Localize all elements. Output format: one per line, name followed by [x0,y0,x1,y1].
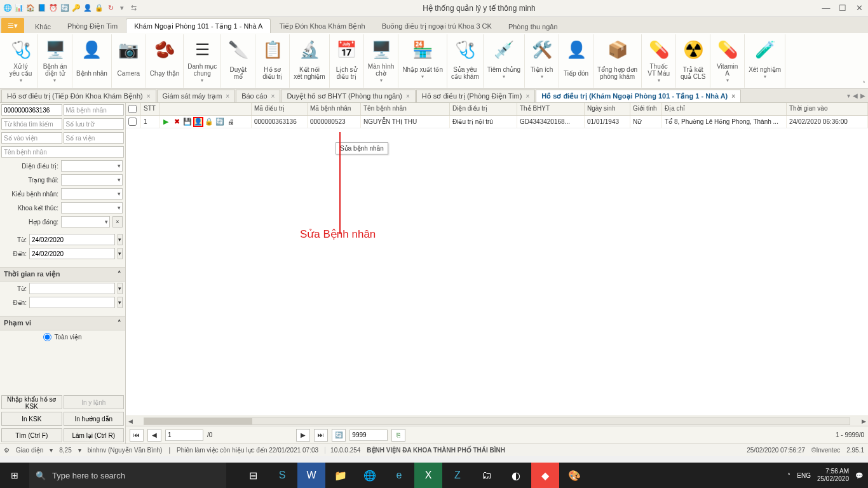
task-view-icon[interactable]: ⊟ [239,463,267,488]
pager-size-input[interactable] [349,430,388,441]
ribbon-thuốc-vt-máu[interactable]: 💊ThuốcVT Máu ▾ [642,34,676,88]
col-bhyt[interactable]: Thẻ BHYT [517,103,585,115]
ribbon-tiêm-chủng[interactable]: 💉Tiêm chủng ▾ [484,34,525,88]
col-dien[interactable]: Diện điều trị [450,103,517,115]
close-tab-icon[interactable]: × [271,93,275,100]
col-gt[interactable]: Giới tính [630,103,662,115]
scope-radio-all[interactable] [43,333,51,341]
main-tab[interactable]: Buồng điều trị ngoại trú Khoa 3 CK [374,18,500,33]
horizontal-scrollbar[interactable]: ◀ ▶ [126,416,868,426]
taskbar-clock[interactable]: 7:56 AM 25/02/2020 [817,468,849,483]
ribbon-lịch-sử-điều-trị[interactable]: 📅Lịch sửđiều trị [330,34,364,88]
ribbon-tiện-ích[interactable]: 🛠️Tiện ích ▾ [525,34,559,88]
col-ten[interactable]: Tên bệnh nhân [361,103,450,115]
edit-patient-icon[interactable]: 👤 [193,117,203,127]
ribbon-nhập-xuất-tồn[interactable]: 🏪Nhập xuất tồn ▾ [398,34,447,88]
qat-lock-icon[interactable]: 🔒 [94,3,104,13]
patient-code-input[interactable] [64,104,125,116]
ribbon-collapse-icon[interactable]: ˄ [862,80,865,87]
skype-icon[interactable]: S [268,463,296,488]
discharge-to-input[interactable] [29,297,115,308]
ribbon-màn-hình-chờ[interactable]: 🖥️Màn hìnhchờ ▾ [364,34,399,88]
tab-prev-icon[interactable]: ◀ [853,92,858,99]
chrome-icon[interactable]: 🌐 [356,463,384,488]
refresh-icon[interactable]: 🔄 [215,117,225,127]
keyword-input[interactable] [1,118,62,130]
ribbon-trả-kết-quả-cls[interactable]: ☢️Trả kếtquả CLS [676,34,710,88]
notification-icon[interactable]: 💬 [855,472,863,479]
kieu-select[interactable]: ▾ [61,188,123,200]
col-stt[interactable]: STT [141,103,160,115]
qat-key-icon[interactable]: 🔑 [71,3,81,13]
scroll-right-icon[interactable]: ▶ [859,418,868,424]
file-menu-button[interactable]: ☰▾ [1,18,24,33]
dien-select[interactable]: ▾ [61,160,123,172]
patient-name-input[interactable] [1,146,124,158]
close-tab-icon[interactable]: × [406,93,410,100]
doc-tab[interactable]: Duyệt hồ sơ BHYT (Phòng thu ngân)× [281,90,415,102]
qat-swap-icon[interactable]: ⇆ [128,3,139,13]
reset-button[interactable]: Làm lại (Ctrl R) [64,428,125,442]
excel-icon[interactable]: X [414,463,442,488]
close-tab-icon[interactable]: × [147,93,151,100]
main-tab[interactable]: Khác [27,19,59,33]
tray-expand-icon[interactable]: ˄ [787,472,790,479]
pager-export-button[interactable]: ⎘ [391,429,405,442]
ribbon-sửa-yêu-cầu-khám[interactable]: 🩺Sửa yêucầu khám [447,34,484,88]
pager-next-button[interactable]: ▶ [296,429,310,442]
discharge-time-section[interactable]: Thời gian ra viện˄ [0,267,125,281]
col-tg[interactable]: Thời gian vào [787,103,868,115]
ribbon-danh-mục-chung[interactable]: ☰Danh mụcchung ▾ [184,34,221,88]
qat-clock-icon[interactable]: ⏰ [48,3,58,13]
select-all-checkbox[interactable] [128,105,137,113]
doc-tab[interactable]: Hồ sơ điều trị (Tiếp Đón Khoa Khám Bệnh)… [1,90,156,102]
import-ksk-button[interactable]: Nhập khẩu hồ sơ KSK [1,395,62,409]
ribbon-bệnh-án-điện-tử[interactable]: 🖥️Bệnh ánđiện tử ▾ [38,34,72,88]
trangthai-select[interactable]: ▾ [61,174,123,186]
tab-next-icon[interactable]: ▶ [860,92,865,99]
anydesk-icon[interactable]: ◆ [531,463,559,488]
qat-globe-icon[interactable]: 🌐 [3,3,13,13]
close-button[interactable]: ✕ [853,3,865,13]
main-tab[interactable]: Phòng thu ngân [500,19,566,33]
print-guide-button[interactable]: In hướng dẫn [64,412,125,426]
play-icon[interactable]: ▶ [161,117,171,127]
col-dc[interactable]: Địa chỉ [662,103,787,115]
khoa-select[interactable]: ▾ [61,202,123,214]
pager-refresh-button[interactable]: 🔄 [332,429,346,442]
print-ksk-button[interactable]: In KSK [1,412,62,426]
tray-lang[interactable]: ENG [797,472,811,479]
ribbon-kết-nối-xét-nghiệm[interactable]: 🔬Kết nốixét nghiệm [290,34,329,88]
doc-tab-active[interactable]: Hồ sơ điều trị (Khám Ngoại Phòng 101 - T… [536,90,741,102]
lock-icon[interactable]: 🔒 [204,117,214,127]
doc-tab[interactable]: Giám sát máy trạm× [157,90,236,102]
taskbar-search[interactable]: 🔍 Type here to search [29,463,226,488]
qat-home-icon[interactable]: 🏠 [25,3,36,13]
pager-first-button[interactable]: ⏮ [130,429,144,442]
tab-dropdown-icon[interactable]: ▾ [847,92,850,99]
qat-book-icon[interactable]: 📘 [37,3,47,13]
hopdong-clear-button[interactable]: × [112,216,123,227]
ribbon-camera[interactable]: 📷Camera [112,34,146,88]
word-icon[interactable]: W [297,463,325,488]
hopdong-select[interactable]: ▾ [61,216,110,227]
save-icon[interactable]: 💾 [182,117,193,127]
discharge-from-input[interactable] [29,283,115,294]
ribbon-bệnh-nhân[interactable]: 👤Bệnh nhân [72,34,112,88]
storage-number-input[interactable] [64,118,125,130]
minimize-button[interactable]: — [820,3,832,13]
start-button[interactable]: ⊞ [0,463,29,488]
maximize-button[interactable]: ☐ [836,3,849,13]
delete-icon[interactable]: ✖ [172,117,182,127]
doc-tab[interactable]: Hồ sơ điều trị (Phòng Điện Tim)× [416,90,535,102]
ribbon-tổng-hợp-đơn-phòng-khám[interactable]: 📦Tổng hợp đơnphòng khám [593,34,642,88]
ribbon-duyệt-mổ[interactable]: 🔪Duyệtmổ [221,34,255,88]
scroll-thumb[interactable] [144,418,252,424]
pager-last-button[interactable]: ⏭ [314,429,328,442]
ribbon-chạy-thận[interactable]: 🫘Chạy thận [146,34,184,88]
status-zoom[interactable]: 8,25 [59,447,71,454]
row-checkbox[interactable] [128,118,137,126]
app2-icon[interactable]: ◐ [502,463,530,488]
zalo-icon[interactable]: Z [444,463,471,488]
scroll-left-icon[interactable]: ◀ [126,418,135,424]
